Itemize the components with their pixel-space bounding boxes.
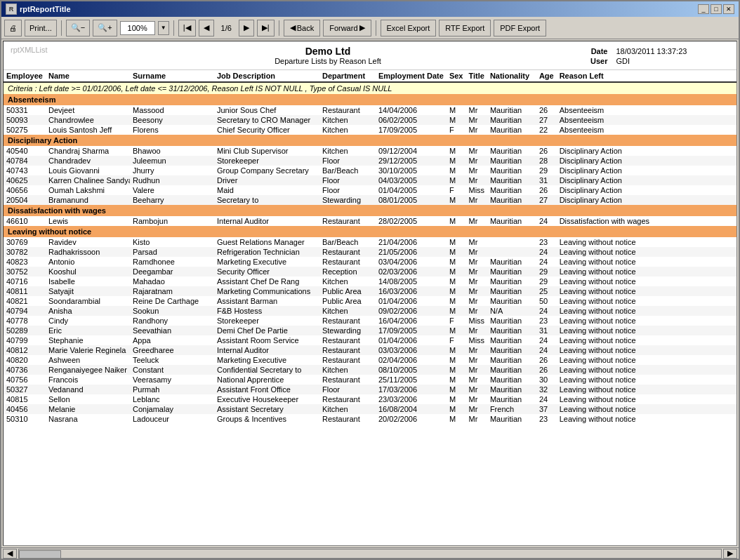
table-cell: Leaving without notice xyxy=(557,404,736,414)
table-row: 40815SellonLeblancExecutive HousekeeperR… xyxy=(4,394,736,404)
table-cell: Storekeeper xyxy=(214,316,319,326)
table-cell: Secretary to CRO Manager xyxy=(214,115,319,125)
table-cell: Chandradev xyxy=(46,156,130,166)
scroll-track[interactable] xyxy=(18,549,722,559)
forward-button[interactable]: Forward ▶ xyxy=(323,20,371,36)
table-row: 30782RadhakrissoonParsadRefrigeration Te… xyxy=(4,247,736,257)
table-cell: 22 xyxy=(536,125,557,135)
excel-export-button[interactable]: Excel Export xyxy=(381,20,437,36)
table-cell: Devjeet xyxy=(46,105,130,115)
table-cell: Kitchen xyxy=(319,125,376,135)
table-row: 40784ChandradevJuleemunStorekeeperFloor2… xyxy=(4,156,736,166)
table-row: 50289EricSeevathianDemi Chef De PartieSt… xyxy=(4,326,736,335)
table-cell: Leaving without notice xyxy=(557,296,736,306)
section-header-label: Disciplinary Action xyxy=(4,135,736,146)
table-row: 40799StephanieAppaAssistant Room Service… xyxy=(4,335,736,345)
table-cell: Mauritian xyxy=(487,414,536,424)
table-cell: Teeluck xyxy=(130,355,214,365)
print-icon-button[interactable]: 🖨 xyxy=(4,20,22,36)
table-row: 30752KooshulDeegambarSecurity OfficerRec… xyxy=(4,267,736,276)
table-cell: 24 xyxy=(536,216,557,226)
close-button[interactable]: ✕ xyxy=(723,4,734,14)
table-cell: Bar/Beach xyxy=(319,237,376,247)
table-cell: 40736 xyxy=(4,365,46,375)
table-cell: Mr xyxy=(465,355,487,365)
zoom-out-button[interactable]: 🔍− xyxy=(66,20,90,36)
report-body: Absenteeism50331DevjeetMassoodJunior Sou… xyxy=(4,94,736,424)
separator-2 xyxy=(173,20,174,36)
table-cell: Mauritian xyxy=(487,385,536,394)
table-cell: Mr xyxy=(465,404,487,414)
minimize-button[interactable]: _ xyxy=(698,4,709,14)
table-cell: 30 xyxy=(536,375,557,385)
table-cell: Mr xyxy=(465,276,487,286)
scroll-left-button[interactable]: ◀ xyxy=(3,549,17,559)
zoom-in-button[interactable]: 🔍+ xyxy=(93,20,117,36)
nav-first-button[interactable]: |◀ xyxy=(178,20,196,36)
table-cell: 08/10/2005 xyxy=(376,365,447,375)
table-cell: 50327 xyxy=(4,385,46,394)
rtf-export-button[interactable]: RTF Export xyxy=(439,20,491,36)
table-cell: Kitchen xyxy=(319,115,376,125)
table-cell: Leaving without notice xyxy=(557,286,736,296)
table-cell: Mauritian xyxy=(487,375,536,385)
table-cell: F xyxy=(447,185,466,195)
table-cell: 02/04/2006 xyxy=(376,355,447,365)
table-cell: Beesony xyxy=(130,115,214,125)
nav-last-button[interactable]: ▶| xyxy=(257,20,275,36)
table-cell: 09/02/2006 xyxy=(376,306,447,316)
table-cell: Restaurant xyxy=(319,355,376,365)
table-cell: Mr xyxy=(465,195,487,205)
back-button[interactable]: ◀ Back xyxy=(284,20,320,36)
table-cell: Florens xyxy=(130,125,214,135)
horizontal-scrollbar[interactable]: ◀ ▶ xyxy=(1,547,739,559)
table-cell: Kitchen xyxy=(319,306,376,316)
table-cell: M xyxy=(447,257,466,267)
table-cell: 31 xyxy=(536,175,557,185)
scroll-right-button[interactable]: ▶ xyxy=(723,549,737,559)
table-cell: Mauritian xyxy=(487,365,536,375)
table-cell: Mauritian xyxy=(487,267,536,276)
table-cell: Mauritian xyxy=(487,195,536,205)
table-cell: Mr xyxy=(465,216,487,226)
scroll-thumb[interactable] xyxy=(19,550,61,559)
table-cell: 29/12/2005 xyxy=(376,156,447,166)
table-cell: Mauritian xyxy=(487,355,536,365)
table-cell: Francois xyxy=(46,375,130,385)
table-cell: Mr xyxy=(465,394,487,404)
report-area[interactable]: rptXMLList Demo Ltd Departure Lists by R… xyxy=(3,41,737,546)
table-cell: 01/04/2005 xyxy=(376,185,447,195)
table-cell: Mr xyxy=(465,175,487,185)
table-cell: Internal Auditor xyxy=(214,345,319,355)
table-cell: 40656 xyxy=(4,185,46,195)
table-cell: 30769 xyxy=(4,237,46,247)
maximize-button[interactable]: □ xyxy=(711,4,722,14)
pdf-export-button[interactable]: PDF Export xyxy=(494,20,546,36)
table-cell: Mauritian xyxy=(487,257,536,267)
table-row: 50275Louis Santosh JeffFlorensChief Secu… xyxy=(4,125,736,135)
table-cell: Mauritian xyxy=(487,296,536,306)
zoom-input[interactable] xyxy=(120,21,155,35)
table-cell: French xyxy=(487,404,536,414)
title-bar-buttons: _ □ ✕ xyxy=(698,4,734,14)
nav-next-button[interactable]: ▶ xyxy=(239,20,254,36)
table-cell: 16/04/2006 xyxy=(376,316,447,326)
table-cell: Restaurant xyxy=(319,375,376,385)
table-cell: 01/04/2006 xyxy=(376,296,447,306)
table-row: 40811SatyajitRajaratnamMarketing Communi… xyxy=(4,286,736,296)
print-button[interactable]: Print... xyxy=(25,20,57,36)
table-cell: Restaurant xyxy=(319,216,376,226)
table-cell: 23 xyxy=(536,316,557,326)
table-cell: Internal Auditor xyxy=(214,216,319,226)
table-cell: Melanie xyxy=(46,404,130,414)
table-cell: 24 xyxy=(536,345,557,355)
table-cell: Ramdhonee xyxy=(130,257,214,267)
table-cell: Mr xyxy=(465,166,487,175)
table-cell: Anisha xyxy=(46,306,130,316)
table-cell: 20/02/2006 xyxy=(376,414,447,424)
nav-prev-button[interactable]: ◀ xyxy=(199,20,214,36)
table-cell: Antonio xyxy=(46,257,130,267)
table-cell: 03/04/2006 xyxy=(376,257,447,267)
zoom-dropdown[interactable]: ▼ xyxy=(158,21,169,35)
date-value: 18/03/2011 13:37:23 xyxy=(616,47,687,55)
